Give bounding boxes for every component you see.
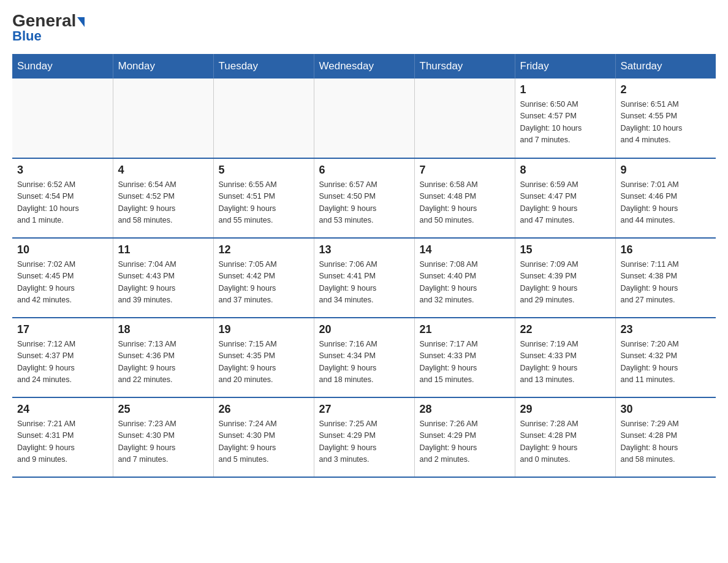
day-info: Sunrise: 6:51 AM Sunset: 4:55 PM Dayligh…	[621, 99, 711, 147]
calendar-header-row: SundayMondayTuesdayWednesdayThursdayFrid…	[12, 54, 716, 79]
calendar-cell: 10Sunrise: 7:02 AM Sunset: 4:45 PM Dayli…	[12, 238, 113, 318]
day-info: Sunrise: 7:13 AM Sunset: 4:36 PM Dayligh…	[118, 339, 208, 386]
calendar-week-row: 24Sunrise: 7:21 AM Sunset: 4:31 PM Dayli…	[12, 397, 716, 477]
day-number: 24	[17, 403, 108, 416]
column-header-monday: Monday	[113, 54, 213, 79]
day-number: 26	[219, 403, 309, 416]
calendar-cell: 26Sunrise: 7:24 AM Sunset: 4:30 PM Dayli…	[213, 397, 314, 477]
day-info: Sunrise: 7:01 AM Sunset: 4:46 PM Dayligh…	[621, 179, 711, 227]
calendar-cell: 12Sunrise: 7:05 AM Sunset: 4:42 PM Dayli…	[213, 238, 314, 318]
calendar-cell: 17Sunrise: 7:12 AM Sunset: 4:37 PM Dayli…	[12, 318, 113, 397]
calendar-cell	[113, 79, 213, 158]
day-info: Sunrise: 6:50 AM Sunset: 4:57 PM Dayligh…	[520, 99, 610, 147]
calendar-cell: 30Sunrise: 7:29 AM Sunset: 4:28 PM Dayli…	[615, 397, 716, 477]
day-info: Sunrise: 7:25 AM Sunset: 4:29 PM Dayligh…	[319, 418, 409, 466]
day-info: Sunrise: 6:58 AM Sunset: 4:48 PM Dayligh…	[420, 179, 510, 227]
day-number: 14	[420, 243, 510, 256]
column-header-friday: Friday	[515, 54, 615, 79]
day-info: Sunrise: 7:15 AM Sunset: 4:35 PM Dayligh…	[219, 339, 309, 386]
day-number: 18	[118, 323, 208, 336]
column-header-wednesday: Wednesday	[314, 54, 414, 79]
day-number: 20	[319, 323, 409, 336]
calendar-cell: 6Sunrise: 6:57 AM Sunset: 4:50 PM Daylig…	[314, 158, 414, 238]
day-number: 23	[621, 323, 711, 336]
calendar-cell: 3Sunrise: 6:52 AM Sunset: 4:54 PM Daylig…	[12, 158, 113, 238]
calendar-cell	[314, 79, 414, 158]
column-header-thursday: Thursday	[414, 54, 515, 79]
calendar-cell: 28Sunrise: 7:26 AM Sunset: 4:29 PM Dayli…	[414, 397, 515, 477]
calendar-cell: 14Sunrise: 7:08 AM Sunset: 4:40 PM Dayli…	[414, 238, 515, 318]
day-number: 3	[17, 164, 108, 177]
calendar-week-row: 10Sunrise: 7:02 AM Sunset: 4:45 PM Dayli…	[12, 238, 716, 318]
calendar-cell	[12, 79, 113, 158]
calendar-cell: 9Sunrise: 7:01 AM Sunset: 4:46 PM Daylig…	[615, 158, 716, 238]
day-info: Sunrise: 7:19 AM Sunset: 4:33 PM Dayligh…	[520, 339, 610, 386]
day-number: 4	[118, 164, 208, 177]
day-info: Sunrise: 7:21 AM Sunset: 4:31 PM Dayligh…	[17, 418, 108, 466]
day-info: Sunrise: 6:55 AM Sunset: 4:51 PM Dayligh…	[219, 179, 309, 227]
day-number: 9	[621, 164, 711, 177]
day-info: Sunrise: 7:17 AM Sunset: 4:33 PM Dayligh…	[420, 339, 510, 386]
calendar-cell: 24Sunrise: 7:21 AM Sunset: 4:31 PM Dayli…	[12, 397, 113, 477]
day-number: 16	[621, 243, 711, 256]
calendar-table: SundayMondayTuesdayWednesdayThursdayFrid…	[12, 54, 716, 478]
day-info: Sunrise: 7:09 AM Sunset: 4:39 PM Dayligh…	[520, 259, 610, 307]
day-number: 2	[621, 83, 711, 96]
day-number: 25	[118, 403, 208, 416]
day-info: Sunrise: 6:57 AM Sunset: 4:50 PM Dayligh…	[319, 179, 409, 227]
calendar-cell: 7Sunrise: 6:58 AM Sunset: 4:48 PM Daylig…	[414, 158, 515, 238]
day-number: 30	[621, 403, 711, 416]
day-info: Sunrise: 7:23 AM Sunset: 4:30 PM Dayligh…	[118, 418, 208, 466]
day-number: 15	[520, 243, 610, 256]
day-number: 1	[520, 83, 610, 96]
calendar-week-row: 1Sunrise: 6:50 AM Sunset: 4:57 PM Daylig…	[12, 79, 716, 158]
calendar-week-row: 3Sunrise: 6:52 AM Sunset: 4:54 PM Daylig…	[12, 158, 716, 238]
day-number: 10	[17, 243, 108, 256]
day-info: Sunrise: 7:16 AM Sunset: 4:34 PM Dayligh…	[319, 339, 409, 386]
day-number: 5	[219, 164, 309, 177]
day-info: Sunrise: 7:08 AM Sunset: 4:40 PM Dayligh…	[420, 259, 510, 307]
calendar-week-row: 17Sunrise: 7:12 AM Sunset: 4:37 PM Dayli…	[12, 318, 716, 397]
day-info: Sunrise: 7:02 AM Sunset: 4:45 PM Dayligh…	[17, 259, 108, 307]
calendar-cell: 5Sunrise: 6:55 AM Sunset: 4:51 PM Daylig…	[213, 158, 314, 238]
calendar-cell: 4Sunrise: 6:54 AM Sunset: 4:52 PM Daylig…	[113, 158, 213, 238]
day-number: 6	[319, 164, 409, 177]
calendar-cell: 22Sunrise: 7:19 AM Sunset: 4:33 PM Dayli…	[515, 318, 615, 397]
calendar-cell: 8Sunrise: 6:59 AM Sunset: 4:47 PM Daylig…	[515, 158, 615, 238]
logo-blue: Blue	[12, 28, 42, 44]
calendar-cell: 11Sunrise: 7:04 AM Sunset: 4:43 PM Dayli…	[113, 238, 213, 318]
day-info: Sunrise: 7:12 AM Sunset: 4:37 PM Dayligh…	[17, 339, 108, 386]
calendar-cell: 13Sunrise: 7:06 AM Sunset: 4:41 PM Dayli…	[314, 238, 414, 318]
day-number: 12	[219, 243, 309, 256]
day-info: Sunrise: 7:20 AM Sunset: 4:32 PM Dayligh…	[621, 339, 711, 386]
logo: General Blue	[12, 12, 85, 44]
day-info: Sunrise: 6:52 AM Sunset: 4:54 PM Dayligh…	[17, 179, 108, 227]
day-info: Sunrise: 6:54 AM Sunset: 4:52 PM Dayligh…	[118, 179, 208, 227]
day-number: 28	[420, 403, 510, 416]
column-header-saturday: Saturday	[615, 54, 716, 79]
calendar-cell: 20Sunrise: 7:16 AM Sunset: 4:34 PM Dayli…	[314, 318, 414, 397]
calendar-cell: 19Sunrise: 7:15 AM Sunset: 4:35 PM Dayli…	[213, 318, 314, 397]
day-number: 19	[219, 323, 309, 336]
calendar-cell: 29Sunrise: 7:28 AM Sunset: 4:28 PM Dayli…	[515, 397, 615, 477]
day-info: Sunrise: 7:29 AM Sunset: 4:28 PM Dayligh…	[621, 418, 711, 466]
calendar-cell: 27Sunrise: 7:25 AM Sunset: 4:29 PM Dayli…	[314, 397, 414, 477]
day-number: 7	[420, 164, 510, 177]
day-info: Sunrise: 7:06 AM Sunset: 4:41 PM Dayligh…	[319, 259, 409, 307]
day-number: 13	[319, 243, 409, 256]
day-info: Sunrise: 7:11 AM Sunset: 4:38 PM Dayligh…	[621, 259, 711, 307]
calendar-cell	[414, 79, 515, 158]
page-header: General Blue	[12, 12, 716, 44]
day-number: 8	[520, 164, 610, 177]
day-number: 27	[319, 403, 409, 416]
day-info: Sunrise: 7:04 AM Sunset: 4:43 PM Dayligh…	[118, 259, 208, 307]
logo-general: General	[12, 12, 85, 29]
calendar-cell: 25Sunrise: 7:23 AM Sunset: 4:30 PM Dayli…	[113, 397, 213, 477]
calendar-cell: 16Sunrise: 7:11 AM Sunset: 4:38 PM Dayli…	[615, 238, 716, 318]
calendar-cell	[213, 79, 314, 158]
calendar-cell: 23Sunrise: 7:20 AM Sunset: 4:32 PM Dayli…	[615, 318, 716, 397]
column-header-sunday: Sunday	[12, 54, 113, 79]
day-info: Sunrise: 7:28 AM Sunset: 4:28 PM Dayligh…	[520, 418, 610, 466]
calendar-cell: 21Sunrise: 7:17 AM Sunset: 4:33 PM Dayli…	[414, 318, 515, 397]
day-number: 11	[118, 243, 208, 256]
